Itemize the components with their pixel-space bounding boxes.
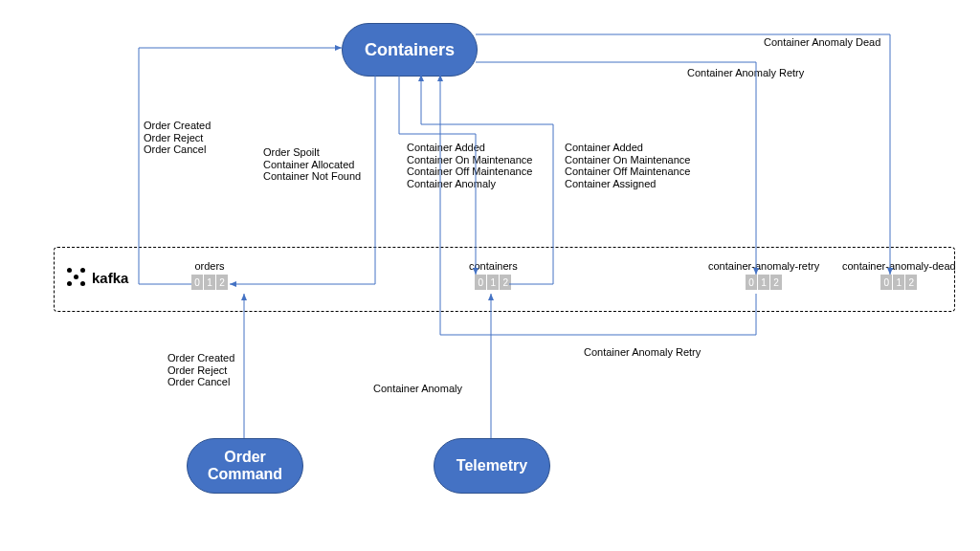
service-telemetry-label: Telemetry bbox=[457, 457, 527, 474]
kafka-text: kafka bbox=[92, 270, 128, 286]
partition: 1 bbox=[758, 275, 769, 290]
topic-dead-name: container-anomaly-dead bbox=[842, 260, 956, 272]
service-containers: Containers bbox=[342, 23, 478, 77]
partition: 2 bbox=[770, 275, 782, 290]
label-order-spoilt: Order Spoilt Container Allocated Contain… bbox=[263, 146, 361, 183]
topic-containers-partitions: 0 1 2 bbox=[469, 275, 518, 290]
topic-containers: containers 0 1 2 bbox=[469, 260, 518, 290]
diagram-canvas: Containers kafka orders 0 1 2 containers… bbox=[0, 0, 980, 551]
label-container-in: Container Added Container On Maintenance… bbox=[565, 142, 690, 190]
topic-dead: container-anomaly-dead 0 1 2 bbox=[842, 260, 956, 290]
label-retry-bottom: Container Anomaly Retry bbox=[584, 346, 701, 359]
partition: 1 bbox=[893, 275, 904, 290]
partition: 2 bbox=[216, 275, 228, 290]
partition: 2 bbox=[500, 275, 511, 290]
partition: 0 bbox=[191, 275, 203, 290]
topic-orders-partitions: 0 1 2 bbox=[191, 275, 228, 290]
service-order-command-label: Order Command bbox=[208, 449, 282, 482]
partition: 1 bbox=[204, 275, 215, 290]
topic-retry: container-anomaly-retry 0 1 2 bbox=[708, 260, 819, 290]
topic-dead-partitions: 0 1 2 bbox=[842, 275, 956, 290]
partition: 1 bbox=[487, 275, 499, 290]
service-telemetry: Telemetry bbox=[434, 438, 550, 494]
partition: 2 bbox=[905, 275, 917, 290]
kafka-icon bbox=[67, 268, 86, 287]
partition: 0 bbox=[746, 275, 757, 290]
label-container-anomaly: Container Anomaly bbox=[373, 383, 462, 395]
partition: 0 bbox=[475, 275, 486, 290]
label-dead-top: Container Anomaly Dead bbox=[764, 36, 880, 49]
topic-retry-name: container-anomaly-retry bbox=[708, 260, 819, 272]
topic-containers-name: containers bbox=[469, 260, 518, 272]
label-retry-top: Container Anomaly Retry bbox=[687, 67, 804, 79]
kafka-label: kafka bbox=[67, 268, 128, 287]
label-order-events-top: Order Created Order Reject Order Cancel bbox=[144, 120, 211, 156]
topic-orders-name: orders bbox=[191, 260, 228, 272]
topic-orders: orders 0 1 2 bbox=[191, 260, 228, 290]
partition: 0 bbox=[880, 275, 892, 290]
service-order-command: Order Command bbox=[187, 438, 303, 494]
topic-retry-partitions: 0 1 2 bbox=[708, 275, 819, 290]
service-containers-label: Containers bbox=[365, 40, 455, 60]
label-container-out: Container Added Container On Maintenance… bbox=[407, 142, 532, 190]
label-order-events-bottom: Order Created Order Reject Order Cancel bbox=[167, 352, 234, 388]
